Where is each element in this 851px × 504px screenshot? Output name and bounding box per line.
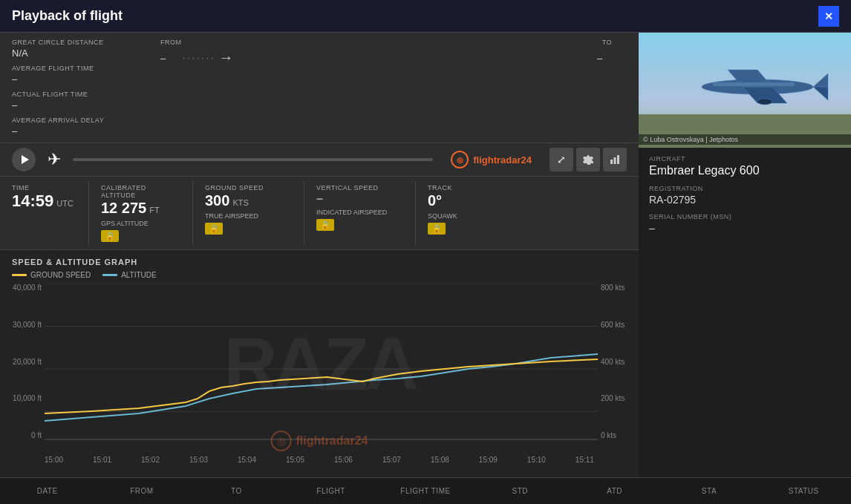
footer-from: FROM xyxy=(94,487,189,495)
footer-date: DATE xyxy=(0,487,94,495)
cal-alt-unit: FT xyxy=(149,206,159,215)
svg-rect-1 xyxy=(614,157,616,164)
aircraft-label: AIRCRAFT xyxy=(649,155,841,163)
aircraft-photo: © Luba Ostrovskaya | Jetphotos xyxy=(639,33,851,148)
photo-credit: © Luba Ostrovskaya | Jetphotos xyxy=(639,134,851,145)
avg-flight-value: – xyxy=(12,73,146,85)
gps-alt-label: GPS ALTITUDE xyxy=(101,220,180,227)
svg-point-16 xyxy=(757,99,772,105)
x-label-1508: 15:08 xyxy=(431,456,449,464)
y-label-10k: 10,000 ft xyxy=(0,394,42,402)
time-utc: UTC xyxy=(56,199,74,208)
x-label-1507: 15:07 xyxy=(382,456,401,464)
vertical-speed-value: – xyxy=(316,192,323,206)
footer-status: STATUS xyxy=(757,487,851,495)
aircraft-name: Embraer Legacy 600 xyxy=(649,164,841,177)
page-title: Playback of flight xyxy=(12,8,123,24)
svg-rect-0 xyxy=(610,160,613,164)
bottom-bar: DATE FROM TO FLIGHT FLIGHT TIME STD ATD … xyxy=(0,477,851,504)
chart-logo-watermark: ◎ flightradar24 xyxy=(271,431,368,451)
to-label: TO xyxy=(602,39,612,46)
aircraft-info: AIRCRAFT Embraer Legacy 600 REGISTRATION… xyxy=(639,148,851,241)
msn-value: – xyxy=(649,222,841,234)
cal-alt-value: 12 275 xyxy=(101,199,146,217)
registration-value: RA-02795 xyxy=(649,194,841,206)
registration-label: REGISTRATION xyxy=(649,185,841,192)
ground-speed-value: 300 xyxy=(205,192,229,209)
y-label-600kts: 600 kts xyxy=(601,321,639,329)
footer-flight: FLIGHT xyxy=(284,487,378,495)
vertical-speed-label: VERTICAL SPEED xyxy=(316,184,403,192)
ground-speed-legend: GROUND SPEED xyxy=(12,271,91,279)
actual-flight-label: ACTUAL FLIGHT TIME xyxy=(12,91,146,98)
x-label-1503: 15:03 xyxy=(189,456,208,464)
avg-flight-label: AVERAGE FLIGHT TIME xyxy=(12,65,146,72)
progress-bar[interactable] xyxy=(73,158,433,161)
footer-sta: STA xyxy=(662,487,756,495)
x-label-1502: 15:02 xyxy=(141,456,160,464)
close-button[interactable]: ✕ xyxy=(818,6,839,27)
chart-title: SPEED & ALTITUDE GRAPH xyxy=(0,258,639,271)
y-label-40k: 40,000 ft xyxy=(0,284,42,292)
from-label: FROM xyxy=(160,39,182,46)
track-value: 0° xyxy=(428,192,627,209)
from-value: – xyxy=(160,53,175,64)
ground-speed-label: GROUND SPEED xyxy=(205,184,292,192)
svg-rect-2 xyxy=(617,155,619,164)
true-airspeed-lock: 🔒 xyxy=(205,221,292,235)
y-label-400kts: 400 kts xyxy=(601,358,639,366)
y-label-20k: 20,000 ft xyxy=(0,358,42,366)
x-label-1506: 15:06 xyxy=(334,456,353,464)
footer-std: STD xyxy=(473,487,567,495)
settings-button[interactable] xyxy=(576,148,600,171)
footer-atd: ATD xyxy=(567,487,662,495)
y-label-200kts: 200 kts xyxy=(601,394,639,402)
great-circle-value: N/A xyxy=(12,48,146,59)
to-value: – xyxy=(597,53,612,64)
x-label-1504: 15:04 xyxy=(238,456,256,464)
gps-alt-lock: 🔒 xyxy=(101,229,180,242)
y-label-0kts: 0 kts xyxy=(601,431,639,439)
x-label-1509: 15:09 xyxy=(479,456,498,464)
chart-svg xyxy=(45,284,598,454)
cal-alt-label: CALIBRATED ALTITUDE xyxy=(101,184,180,199)
footer-to: TO xyxy=(189,487,284,495)
msn-label: SERIAL NUMBER (MSN) xyxy=(649,213,841,220)
plane-icon: ✈ xyxy=(48,150,61,169)
x-label-1511: 15:11 xyxy=(576,456,594,464)
flightradar-logo-icon: ◎ xyxy=(451,151,469,168)
time-value: 14:59 xyxy=(12,192,53,211)
play-button[interactable] xyxy=(12,148,36,171)
x-label-1501: 15:01 xyxy=(93,456,111,464)
x-label-1500: 15:00 xyxy=(45,456,63,464)
y-label-30k: 30,000 ft xyxy=(0,321,42,329)
y-label-0: 0 ft xyxy=(0,431,42,439)
squawk-lock: 🔒 xyxy=(428,221,627,235)
indicated-airspeed-lock: 🔒 xyxy=(316,217,403,231)
ground-speed-unit: KTS xyxy=(232,198,248,207)
track-label: TRACK xyxy=(428,184,627,192)
altitude-legend: ALTITUDE xyxy=(102,271,157,279)
y-label-800kts: 800 kts xyxy=(601,284,639,292)
expand-button[interactable]: ⤢ xyxy=(550,148,573,171)
flightradar-logo-text: flightradar24 xyxy=(473,154,532,166)
time-label: TIME xyxy=(12,184,76,192)
actual-flight-value: – xyxy=(12,99,146,111)
x-label-1510: 15:10 xyxy=(527,456,546,464)
chart-button[interactable] xyxy=(603,148,627,171)
avg-arrival-value: – xyxy=(12,125,146,137)
true-airspeed-label: TRUE AIRSPEED xyxy=(205,212,292,220)
avg-arrival-label: AVERAGE ARRIVAL DELAY xyxy=(12,117,146,124)
x-label-1505: 15:05 xyxy=(286,456,304,464)
squawk-label: SQUAWK xyxy=(428,212,627,220)
indicated-airspeed-label: INDICATED AIRSPEED xyxy=(316,209,403,216)
great-circle-label: GREAT CIRCLE DISTANCE xyxy=(12,39,146,46)
footer-flight-time: FLIGHT TIME xyxy=(378,487,472,495)
svg-rect-17 xyxy=(713,82,795,86)
